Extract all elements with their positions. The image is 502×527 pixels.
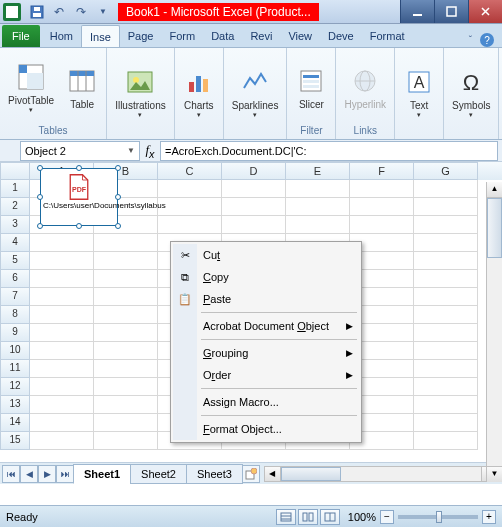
cell[interactable]	[414, 306, 478, 324]
insert-sheet-icon[interactable]	[242, 465, 260, 483]
cell[interactable]	[414, 378, 478, 396]
sheet-nav-next-icon[interactable]: ▶	[38, 465, 56, 483]
slicer-button[interactable]: Slicer	[291, 63, 331, 112]
cell[interactable]	[414, 342, 478, 360]
cell[interactable]	[30, 288, 94, 306]
sparklines-button[interactable]: Sparklines▾	[228, 64, 283, 121]
name-box[interactable]: Object 2 ▼	[20, 141, 140, 161]
cell[interactable]	[158, 180, 222, 198]
cell[interactable]	[350, 198, 414, 216]
view-normal-icon[interactable]	[276, 509, 296, 525]
sheet-tab[interactable]: Sheet1	[73, 464, 131, 484]
cell[interactable]	[222, 198, 286, 216]
scroll-left-icon[interactable]: ◀	[265, 467, 281, 481]
scroll-thumb[interactable]	[281, 467, 341, 481]
row-header[interactable]: 3	[0, 216, 30, 234]
zoom-thumb[interactable]	[436, 511, 442, 523]
sheet-nav-first-icon[interactable]: ⏮	[2, 465, 20, 483]
cell[interactable]	[414, 396, 478, 414]
pivottable-button[interactable]: PivotTable▾	[4, 59, 58, 116]
cell[interactable]	[94, 306, 158, 324]
row-header[interactable]: 14	[0, 414, 30, 432]
row-header[interactable]: 2	[0, 198, 30, 216]
help-icon[interactable]: ?	[480, 33, 494, 47]
sheet-nav-last-icon[interactable]: ⏭	[56, 465, 74, 483]
scroll-thumb[interactable]	[487, 198, 502, 258]
menu-acrobat[interactable]: Acrobat Document Object▶	[173, 315, 359, 337]
scroll-up-icon[interactable]: ▲	[487, 182, 502, 198]
cell[interactable]	[30, 252, 94, 270]
resize-handle[interactable]	[76, 165, 82, 171]
menu-paste[interactable]: 📋Paste	[173, 288, 359, 310]
cell[interactable]	[94, 396, 158, 414]
minimize-button[interactable]	[400, 0, 434, 23]
cell[interactable]	[222, 216, 286, 234]
cell[interactable]	[414, 234, 478, 252]
column-header[interactable]: F	[350, 162, 414, 180]
row-header[interactable]: 7	[0, 288, 30, 306]
close-button[interactable]	[468, 0, 502, 23]
resize-handle[interactable]	[115, 194, 121, 200]
cell[interactable]	[30, 324, 94, 342]
cell[interactable]	[414, 252, 478, 270]
row-header[interactable]: 10	[0, 342, 30, 360]
cell[interactable]	[222, 180, 286, 198]
cell[interactable]	[30, 432, 94, 450]
minimize-ribbon-icon[interactable]: ˇ	[469, 35, 472, 46]
zoom-in-button[interactable]: +	[482, 510, 496, 524]
cell[interactable]	[414, 198, 478, 216]
horizontal-scrollbar[interactable]: ◀ ▶	[264, 466, 498, 482]
row-header[interactable]: 6	[0, 270, 30, 288]
cell[interactable]	[414, 360, 478, 378]
cell[interactable]	[94, 360, 158, 378]
row-header[interactable]: 5	[0, 252, 30, 270]
cell[interactable]	[94, 252, 158, 270]
undo-icon[interactable]: ↶	[50, 3, 68, 21]
qat-dropdown-icon[interactable]: ▼	[94, 3, 112, 21]
cell[interactable]	[414, 180, 478, 198]
menu-macro[interactable]: Assign Macro...	[173, 391, 359, 413]
text-button[interactable]: AText▾	[399, 64, 439, 121]
charts-button[interactable]: Charts▾	[179, 64, 219, 121]
menu-cut[interactable]: ✂Cut	[173, 244, 359, 266]
row-header[interactable]: 4	[0, 234, 30, 252]
cell[interactable]	[94, 270, 158, 288]
row-header[interactable]: 12	[0, 378, 30, 396]
save-icon[interactable]	[28, 3, 46, 21]
name-box-dropdown-icon[interactable]: ▼	[127, 146, 135, 155]
cell[interactable]	[350, 216, 414, 234]
cell[interactable]	[414, 216, 478, 234]
column-header[interactable]: E	[286, 162, 350, 180]
cell[interactable]	[30, 342, 94, 360]
file-tab[interactable]: File	[2, 25, 40, 47]
symbols-button[interactable]: ΩSymbols▾	[448, 64, 494, 121]
row-header[interactable]: 15	[0, 432, 30, 450]
redo-icon[interactable]: ↷	[72, 3, 90, 21]
app-icon[interactable]	[3, 3, 21, 21]
cell[interactable]	[30, 234, 94, 252]
row-header[interactable]: 8	[0, 306, 30, 324]
resize-handle[interactable]	[115, 165, 121, 171]
resize-handle[interactable]	[115, 223, 121, 229]
tab-form[interactable]: Form	[161, 25, 203, 47]
menu-grouping[interactable]: Grouping▶	[173, 342, 359, 364]
view-page-break-icon[interactable]	[320, 509, 340, 525]
zoom-slider[interactable]	[398, 515, 478, 519]
table-button[interactable]: Table	[62, 63, 102, 112]
tab-deve[interactable]: Deve	[320, 25, 362, 47]
cell[interactable]	[94, 414, 158, 432]
cell[interactable]	[158, 216, 222, 234]
cell[interactable]	[350, 180, 414, 198]
cell[interactable]	[158, 198, 222, 216]
menu-order[interactable]: Order▶	[173, 364, 359, 386]
scroll-down-icon[interactable]: ▼	[487, 466, 502, 482]
tab-format[interactable]: Format	[362, 25, 413, 47]
cell[interactable]	[414, 270, 478, 288]
cell[interactable]	[30, 270, 94, 288]
cell[interactable]	[414, 324, 478, 342]
row-header[interactable]: 1	[0, 180, 30, 198]
cell[interactable]	[414, 288, 478, 306]
menu-format[interactable]: Format Object...	[173, 418, 359, 440]
cell[interactable]	[94, 432, 158, 450]
tab-hom[interactable]: Hom	[42, 25, 81, 47]
